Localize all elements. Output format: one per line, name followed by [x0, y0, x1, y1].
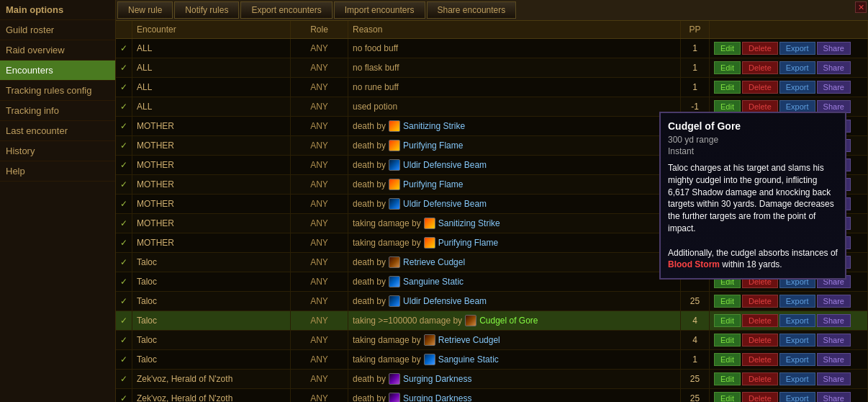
export-button-16[interactable]: Export — [779, 353, 815, 366]
new-rule-button[interactable]: New rule — [117, 1, 173, 19]
import-encounters-button[interactable]: Import encounters — [334, 1, 425, 19]
export-button-2[interactable]: Export — [779, 81, 815, 94]
row-check-6[interactable]: ✓ — [116, 156, 132, 175]
col-header-check — [116, 21, 132, 39]
export-button-17[interactable]: Export — [779, 372, 815, 385]
row-check-8[interactable]: ✓ — [116, 195, 132, 214]
delete-button-2[interactable]: Delete — [742, 81, 778, 94]
sidebar-item-guild-roster[interactable]: Guild roster — [0, 20, 115, 40]
share-button-17[interactable]: Share — [817, 372, 851, 385]
row-check-18[interactable]: ✓ — [116, 389, 132, 403]
spell-link-17[interactable]: Surging Darkness — [403, 374, 471, 384]
edit-button-16[interactable]: Edit — [714, 353, 741, 366]
export-button-18[interactable]: Export — [779, 392, 815, 402]
sidebar-item-raid-overview[interactable]: Raid overview — [0, 40, 115, 61]
edit-button-2[interactable]: Edit — [714, 81, 741, 94]
delete-button-0[interactable]: Delete — [742, 42, 778, 55]
spell-link-16[interactable]: Sanguine Static — [438, 354, 499, 365]
export-button-0[interactable]: Export — [779, 42, 815, 55]
sidebar-item-encounters[interactable]: Encounters — [0, 61, 115, 81]
share-button-1[interactable]: Share — [817, 61, 851, 74]
spell-link-11[interactable]: Retrieve Cudgel — [403, 257, 465, 267]
spell-link-18[interactable]: Surging Darkness — [403, 393, 471, 402]
edit-button-15[interactable]: Edit — [714, 334, 741, 347]
row-check-9[interactable]: ✓ — [116, 214, 132, 233]
share-button-2[interactable]: Share — [817, 81, 851, 94]
row-check-1[interactable]: ✓ — [116, 58, 132, 78]
delete-button-13[interactable]: Delete — [742, 295, 778, 308]
spell-link-13[interactable]: Uldir Defensive Beam — [403, 296, 487, 306]
spell-link-6[interactable]: Uldir Defensive Beam — [403, 160, 487, 170]
table-row[interactable]: ✓TalocANYdeath by Uldir Defensive Beam25… — [116, 292, 868, 311]
spell-link-15[interactable]: Retrieve Cudgel — [438, 335, 500, 345]
row-check-13[interactable]: ✓ — [116, 292, 132, 311]
row-check-11[interactable]: ✓ — [116, 253, 132, 272]
spell-link-14[interactable]: Cudgel of Gore — [479, 316, 538, 326]
row-role-13: ANY — [291, 292, 348, 311]
share-encounters-button[interactable]: Share encounters — [427, 1, 517, 19]
row-check-15[interactable]: ✓ — [116, 331, 132, 350]
table-row[interactable]: ✓ALLANYno flask buff1EditDeleteExportSha… — [116, 58, 868, 78]
export-button-13[interactable]: Export — [779, 295, 815, 308]
export-button-1[interactable]: Export — [779, 61, 815, 74]
table-row[interactable]: ✓ALLANYno rune buff1EditDeleteExportShar… — [116, 78, 868, 97]
share-button-14[interactable]: Share — [817, 314, 851, 327]
sidebar-item-tracking-info[interactable]: Tracking info — [0, 101, 115, 121]
spell-link-4[interactable]: Sanitizing Strike — [403, 121, 465, 131]
edit-button-14[interactable]: Edit — [714, 314, 741, 327]
row-check-2[interactable]: ✓ — [116, 78, 132, 97]
row-check-14[interactable]: ✓ — [116, 311, 132, 331]
sidebar-item-history[interactable]: History — [0, 141, 115, 161]
delete-button-14[interactable]: Delete — [742, 314, 778, 327]
sidebar-item-help[interactable]: Help — [0, 161, 115, 182]
table-row[interactable]: ✓ALLANYno food buff1EditDeleteExportShar… — [116, 39, 868, 58]
row-check-12[interactable]: ✓ — [116, 272, 132, 292]
delete-button-16[interactable]: Delete — [742, 353, 778, 366]
row-check-5[interactable]: ✓ — [116, 136, 132, 156]
table-row[interactable]: ✓TalocANYtaking damage by Retrieve Cudge… — [116, 331, 868, 350]
share-button-18[interactable]: Share — [817, 392, 851, 402]
notify-rules-button[interactable]: Notify rules — [174, 1, 239, 19]
row-check-7[interactable]: ✓ — [116, 175, 132, 195]
share-button-15[interactable]: Share — [817, 334, 851, 347]
spell-link-12[interactable]: Sanguine Static — [403, 277, 464, 287]
row-check-3[interactable]: ✓ — [116, 97, 132, 117]
spell-link-7[interactable]: Purifying Flame — [403, 179, 463, 189]
table-row[interactable]: ✓Zek'voz, Herald of N'zothANYdeath by Su… — [116, 389, 868, 403]
spell-icon-15 — [424, 334, 435, 346]
spell-link-5[interactable]: Purifying Flame — [403, 140, 463, 151]
row-check-10[interactable]: ✓ — [116, 233, 132, 253]
row-check-0[interactable]: ✓ — [116, 39, 132, 58]
edit-button-17[interactable]: Edit — [714, 372, 741, 385]
row-check-4[interactable]: ✓ — [116, 117, 132, 136]
edit-button-18[interactable]: Edit — [714, 392, 741, 402]
delete-button-18[interactable]: Delete — [742, 392, 778, 402]
spell-icon-16 — [424, 354, 435, 365]
spell-link-8[interactable]: Uldir Defensive Beam — [403, 199, 487, 209]
close-button[interactable]: ✕ — [855, 1, 867, 13]
sidebar-item-tracking-rules-config[interactable]: Tracking rules config — [0, 81, 115, 101]
delete-button-15[interactable]: Delete — [742, 334, 778, 347]
delete-button-1[interactable]: Delete — [742, 61, 778, 74]
export-button-14[interactable]: Export — [779, 314, 815, 327]
delete-button-17[interactable]: Delete — [742, 372, 778, 385]
table-row[interactable]: ✓TalocANYtaking >=100000 damage by Cudge… — [116, 311, 868, 331]
row-check-16[interactable]: ✓ — [116, 350, 132, 370]
share-button-0[interactable]: Share — [817, 42, 851, 55]
row-reason-5: death by Purifying Flame — [348, 136, 681, 156]
edit-button-13[interactable]: Edit — [714, 295, 741, 308]
sidebar-item-last-encounter[interactable]: Last encounter — [0, 121, 115, 141]
spell-tooltip: Cudgel of Gore 300 yd range Instant Talo… — [659, 112, 846, 280]
share-button-16[interactable]: Share — [817, 353, 851, 366]
row-encounter-4: MOTHER — [132, 117, 291, 136]
share-button-13[interactable]: Share — [817, 295, 851, 308]
export-button-15[interactable]: Export — [779, 334, 815, 347]
spell-link-9[interactable]: Sanitizing Strike — [438, 218, 500, 228]
edit-button-1[interactable]: Edit — [714, 61, 741, 74]
spell-link-10[interactable]: Purifying Flame — [438, 238, 498, 248]
table-row[interactable]: ✓Zek'voz, Herald of N'zothANYdeath by Su… — [116, 370, 868, 389]
table-row[interactable]: ✓TalocANYtaking damage by Sanguine Stati… — [116, 350, 868, 370]
edit-button-0[interactable]: Edit — [714, 42, 741, 55]
row-check-17[interactable]: ✓ — [116, 370, 132, 389]
export-encounters-button[interactable]: Export encounters — [240, 1, 332, 19]
